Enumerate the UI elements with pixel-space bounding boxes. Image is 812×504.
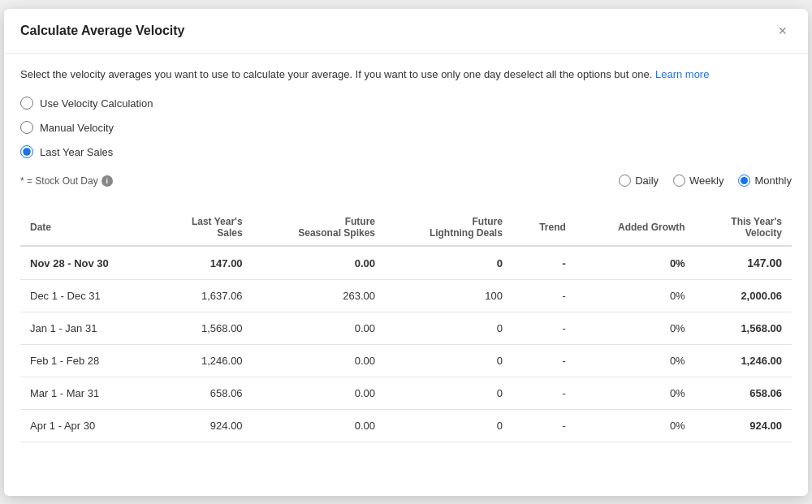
- cell-last-year-sales: 147.00: [155, 246, 252, 280]
- modal-container: Calculate Average Velocity × Select the …: [4, 9, 808, 496]
- period-toggle: Daily Weekly Monthly: [619, 174, 792, 187]
- cell-last-year-sales: 1,637.06: [155, 280, 252, 312]
- cell-velocity: 658.06: [695, 377, 792, 410]
- cell-trend: -: [512, 410, 576, 442]
- cell-future-seasonal: 0.00: [253, 345, 385, 377]
- cell-added-growth: 0%: [576, 312, 695, 345]
- period-monthly-label: Monthly: [754, 174, 792, 187]
- radio-last-year-sales-label: Last Year Sales: [40, 146, 113, 158]
- cell-last-year-sales: 924.00: [155, 410, 252, 442]
- cell-last-year-sales: 1,246.00: [155, 345, 252, 377]
- period-weekly-label: Weekly: [689, 174, 723, 187]
- cell-date: Mar 1 - Mar 31: [20, 377, 155, 410]
- cell-future-lightning: 0: [385, 345, 512, 377]
- cell-future-lightning: 0: [385, 377, 512, 410]
- cell-trend: -: [512, 377, 576, 410]
- modal-title: Calculate Average Velocity: [20, 24, 184, 38]
- radio-use-velocity-label: Use Velocity Calculation: [40, 97, 153, 110]
- th-future-lightning: Future Lightning Deals: [385, 209, 512, 246]
- radio-last-year-sales-input[interactable]: [20, 145, 33, 158]
- cell-date: Feb 1 - Feb 28: [20, 345, 155, 377]
- cell-velocity: 2,000.06: [695, 280, 792, 312]
- cell-added-growth: 0%: [576, 377, 695, 410]
- radio-use-velocity-input[interactable]: [20, 97, 33, 110]
- cell-last-year-sales: 658.06: [155, 377, 252, 410]
- th-future-seasonal: Future Seasonal Spikes: [253, 209, 385, 246]
- cell-velocity: 924.00: [695, 410, 792, 442]
- radio-group: Use Velocity Calculation Manual Velocity…: [20, 97, 792, 158]
- cell-future-lightning: 0: [385, 312, 512, 345]
- table-row: Mar 1 - Mar 31658.060.000-0%658.06: [20, 377, 792, 410]
- table-header-row: Date Last Year's Sales Future Seasonal S…: [20, 209, 792, 246]
- period-daily[interactable]: Daily: [619, 174, 659, 187]
- table-row: Feb 1 - Feb 281,246.000.000-0%1,246.00: [20, 345, 792, 377]
- modal-body: Select the velocity averages you want to…: [4, 54, 808, 456]
- radio-manual-velocity-input[interactable]: [20, 121, 33, 134]
- period-daily-input[interactable]: [619, 174, 631, 187]
- controls-row: * = Stock Out Day i Daily Weekly Monthly: [20, 174, 792, 196]
- table-body: Nov 28 - Nov 30147.000.000-0%147.00Dec 1…: [20, 246, 792, 442]
- data-table: Date Last Year's Sales Future Seasonal S…: [20, 209, 792, 442]
- cell-future-seasonal: 0.00: [253, 377, 385, 410]
- cell-date: Nov 28 - Nov 30: [20, 246, 155, 280]
- th-this-year-velocity: This Year's Velocity: [695, 209, 792, 246]
- table-row: Apr 1 - Apr 30924.000.000-0%924.00: [20, 410, 792, 442]
- period-monthly[interactable]: Monthly: [738, 174, 792, 187]
- table-row: Dec 1 - Dec 311,637.06263.00100-0%2,000.…: [20, 280, 792, 312]
- description-text: Select the velocity averages you want to…: [20, 67, 792, 83]
- radio-last-year-sales[interactable]: Last Year Sales: [20, 145, 792, 158]
- cell-trend: -: [512, 345, 576, 377]
- stock-out-label: * = Stock Out Day i: [20, 175, 113, 187]
- th-date: Date: [20, 209, 155, 246]
- cell-trend: -: [512, 246, 576, 280]
- period-daily-label: Daily: [635, 174, 659, 187]
- th-last-year-sales: Last Year's Sales: [155, 209, 252, 246]
- cell-future-lightning: 0: [385, 246, 512, 280]
- period-weekly[interactable]: Weekly: [673, 174, 723, 187]
- close-button[interactable]: ×: [773, 22, 792, 40]
- cell-future-lightning: 100: [385, 280, 512, 312]
- cell-added-growth: 0%: [576, 246, 695, 280]
- cell-last-year-sales: 1,568.00: [155, 312, 252, 345]
- table-row: Jan 1 - Jan 311,568.000.000-0%1,568.00: [20, 312, 792, 345]
- cell-added-growth: 0%: [576, 280, 695, 312]
- radio-use-velocity[interactable]: Use Velocity Calculation: [20, 97, 792, 110]
- cell-trend: -: [512, 280, 576, 312]
- radio-manual-velocity-label: Manual Velocity: [40, 122, 114, 134]
- cell-velocity: 1,568.00: [695, 312, 792, 345]
- modal-header: Calculate Average Velocity ×: [4, 9, 808, 54]
- info-icon: i: [102, 175, 113, 187]
- cell-added-growth: 0%: [576, 345, 695, 377]
- period-weekly-input[interactable]: [673, 174, 685, 187]
- cell-date: Apr 1 - Apr 30: [20, 410, 155, 442]
- cell-future-lightning: 0: [385, 410, 512, 442]
- th-added-growth: Added Growth: [576, 209, 695, 246]
- cell-future-seasonal: 0.00: [253, 246, 385, 280]
- cell-date: Dec 1 - Dec 31: [20, 280, 155, 312]
- cell-trend: -: [512, 312, 576, 345]
- cell-velocity: 147.00: [695, 246, 792, 280]
- th-trend: Trend: [512, 209, 576, 246]
- cell-date: Jan 1 - Jan 31: [20, 312, 155, 345]
- learn-more-link[interactable]: Learn more: [655, 68, 709, 80]
- period-monthly-input[interactable]: [738, 174, 750, 187]
- cell-future-seasonal: 0.00: [253, 312, 385, 345]
- cell-added-growth: 0%: [576, 410, 695, 442]
- cell-future-seasonal: 0.00: [253, 410, 385, 442]
- cell-future-seasonal: 263.00: [253, 280, 385, 312]
- radio-manual-velocity[interactable]: Manual Velocity: [20, 121, 792, 134]
- cell-velocity: 1,246.00: [695, 345, 792, 377]
- table-row: Nov 28 - Nov 30147.000.000-0%147.00: [20, 246, 792, 280]
